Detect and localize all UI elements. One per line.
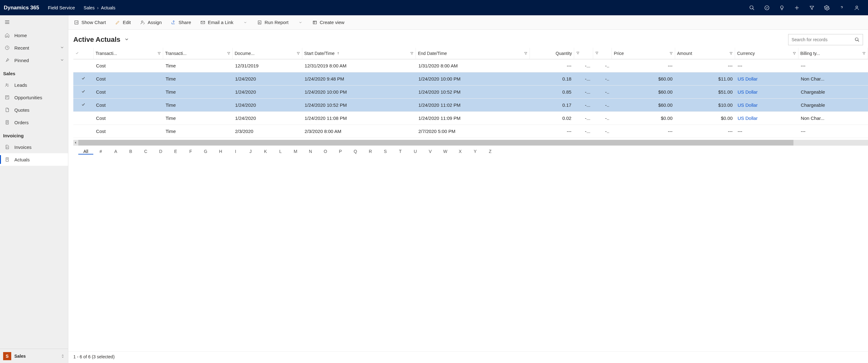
jump-x[interactable]: X bbox=[453, 149, 468, 154]
jump-j[interactable]: J bbox=[243, 149, 258, 154]
filter-icon[interactable] bbox=[862, 52, 866, 55]
table-row[interactable]: CostTime1/24/20201/24/2020 9:48 PM1/24/2… bbox=[73, 72, 868, 86]
jump-a[interactable]: A bbox=[108, 149, 123, 154]
col-document[interactable]: Docume... bbox=[233, 48, 302, 59]
search-box[interactable] bbox=[788, 34, 863, 45]
scrollbar-thumb[interactable] bbox=[78, 140, 794, 146]
jump-w[interactable]: W bbox=[438, 149, 453, 154]
table-row[interactable]: CostTime1/24/20201/24/2020 11:08 PM1/24/… bbox=[73, 112, 868, 125]
user-icon[interactable] bbox=[849, 0, 864, 15]
row-checkmark[interactable] bbox=[73, 59, 94, 72]
nav-recent[interactable]: Recent bbox=[0, 41, 68, 54]
filter-icon[interactable] bbox=[227, 52, 230, 55]
jump-o[interactable]: O bbox=[318, 149, 333, 154]
jump-l[interactable]: L bbox=[273, 149, 288, 154]
run-report-button[interactable]: Run Report bbox=[256, 19, 290, 26]
table-row[interactable]: CostTime2/3/20202/3/2020 8:00 AM2/7/2020… bbox=[73, 125, 868, 138]
nav-home[interactable]: Home bbox=[0, 29, 68, 41]
col-transaction-type[interactable]: Transacti... bbox=[163, 48, 233, 59]
help-icon[interactable] bbox=[834, 0, 849, 15]
edit-button[interactable]: Edit bbox=[114, 19, 132, 26]
jump-n[interactable]: N bbox=[303, 149, 318, 154]
scroll-left-icon[interactable] bbox=[73, 140, 78, 146]
cell-currency[interactable]: US Dollar bbox=[735, 112, 799, 125]
hamburger-button[interactable] bbox=[0, 15, 68, 29]
col-end-datetime[interactable]: End Date/Time bbox=[416, 48, 530, 59]
row-checkmark[interactable] bbox=[73, 86, 94, 99]
nav-leads[interactable]: Leads bbox=[0, 79, 68, 91]
jump-z[interactable]: Z bbox=[483, 149, 498, 154]
breadcrumb-item[interactable]: Sales bbox=[84, 5, 95, 10]
search-input[interactable] bbox=[792, 37, 852, 42]
col-quantity-extra[interactable] bbox=[593, 48, 612, 59]
jump-e[interactable]: E bbox=[168, 149, 183, 154]
jump-i[interactable]: I bbox=[228, 149, 243, 154]
run-report-dropdown[interactable] bbox=[297, 19, 304, 26]
jump-y[interactable]: Y bbox=[468, 149, 483, 154]
jump-v[interactable]: V bbox=[423, 149, 438, 154]
nav-quotes[interactable]: Quotes bbox=[0, 103, 68, 116]
nav-actuals[interactable]: Actuals bbox=[0, 153, 68, 166]
table-row[interactable]: CostTime12/31/201912/31/2019 8:00 AM1/31… bbox=[73, 59, 868, 72]
filter-icon[interactable] bbox=[669, 52, 673, 55]
email-link-button[interactable]: Email a Link bbox=[199, 19, 235, 26]
col-amount[interactable]: Amount bbox=[675, 48, 735, 59]
jump-t[interactable]: T bbox=[393, 149, 408, 154]
area-switcher[interactable]: S Sales bbox=[0, 349, 68, 363]
filter-icon[interactable] bbox=[804, 0, 819, 15]
col-price[interactable]: Price bbox=[612, 48, 675, 59]
jump-m[interactable]: M bbox=[288, 149, 303, 154]
jump-h[interactable]: H bbox=[213, 149, 228, 154]
col-quantity[interactable]: Quantity bbox=[530, 48, 574, 59]
filter-icon[interactable] bbox=[524, 52, 528, 55]
email-link-dropdown[interactable] bbox=[242, 19, 249, 26]
col-billing-type[interactable]: Billing ty... bbox=[799, 48, 868, 59]
add-icon[interactable] bbox=[789, 0, 804, 15]
horizontal-scrollbar[interactable] bbox=[73, 140, 868, 146]
lightbulb-icon[interactable] bbox=[774, 0, 789, 15]
jump-q[interactable]: Q bbox=[348, 149, 363, 154]
jump-g[interactable]: G bbox=[198, 149, 213, 154]
nav-opportunities[interactable]: Opportunities bbox=[0, 91, 68, 103]
row-checkmark[interactable] bbox=[73, 125, 94, 138]
select-all-header[interactable] bbox=[73, 48, 94, 59]
col-start-datetime[interactable]: Start Date/Time bbox=[302, 48, 416, 59]
table-row[interactable]: CostTime1/24/20201/24/2020 10:52 PM1/24/… bbox=[73, 99, 868, 112]
cell-currency[interactable]: US Dollar bbox=[735, 99, 799, 112]
assign-button[interactable]: Assign bbox=[139, 19, 163, 26]
jump-d[interactable]: D bbox=[153, 149, 168, 154]
jump-#[interactable]: # bbox=[93, 149, 108, 154]
cell-currency[interactable]: US Dollar bbox=[735, 72, 799, 86]
jump-f[interactable]: F bbox=[183, 149, 198, 154]
filter-icon[interactable] bbox=[729, 52, 733, 55]
jump-k[interactable]: K bbox=[258, 149, 273, 154]
jump-s[interactable]: S bbox=[378, 149, 393, 154]
share-button[interactable]: Share bbox=[170, 19, 192, 26]
filter-icon[interactable] bbox=[410, 52, 414, 55]
breadcrumb-item[interactable]: Actuals bbox=[101, 5, 116, 10]
table-row[interactable]: CostTime1/24/20201/24/2020 10:00 PM1/24/… bbox=[73, 86, 868, 99]
settings-icon[interactable] bbox=[819, 0, 834, 15]
jump-all[interactable]: All bbox=[78, 149, 93, 154]
col-currency[interactable]: Currency bbox=[735, 48, 799, 59]
jump-b[interactable]: B bbox=[123, 149, 138, 154]
create-view-button[interactable]: Create view bbox=[311, 19, 346, 26]
jump-p[interactable]: P bbox=[333, 149, 348, 154]
cell-currency[interactable]: US Dollar bbox=[735, 86, 799, 99]
row-checkmark[interactable] bbox=[73, 99, 94, 112]
jump-u[interactable]: U bbox=[408, 149, 423, 154]
row-checkmark[interactable] bbox=[73, 112, 94, 125]
filter-icon[interactable] bbox=[793, 52, 796, 55]
col-quantity-filter[interactable] bbox=[574, 48, 593, 59]
jump-c[interactable]: C bbox=[138, 149, 153, 154]
task-icon[interactable] bbox=[760, 0, 774, 15]
view-picker[interactable] bbox=[124, 37, 129, 43]
filter-icon[interactable] bbox=[297, 52, 300, 55]
nav-orders[interactable]: Orders bbox=[0, 116, 68, 129]
search-icon[interactable] bbox=[744, 0, 760, 15]
jump-r[interactable]: R bbox=[363, 149, 378, 154]
nav-invoices[interactable]: Invoices bbox=[0, 141, 68, 153]
nav-pinned[interactable]: Pinned bbox=[0, 54, 68, 66]
filter-icon[interactable] bbox=[157, 52, 161, 55]
col-transaction-class[interactable]: Transacti... bbox=[94, 48, 163, 59]
